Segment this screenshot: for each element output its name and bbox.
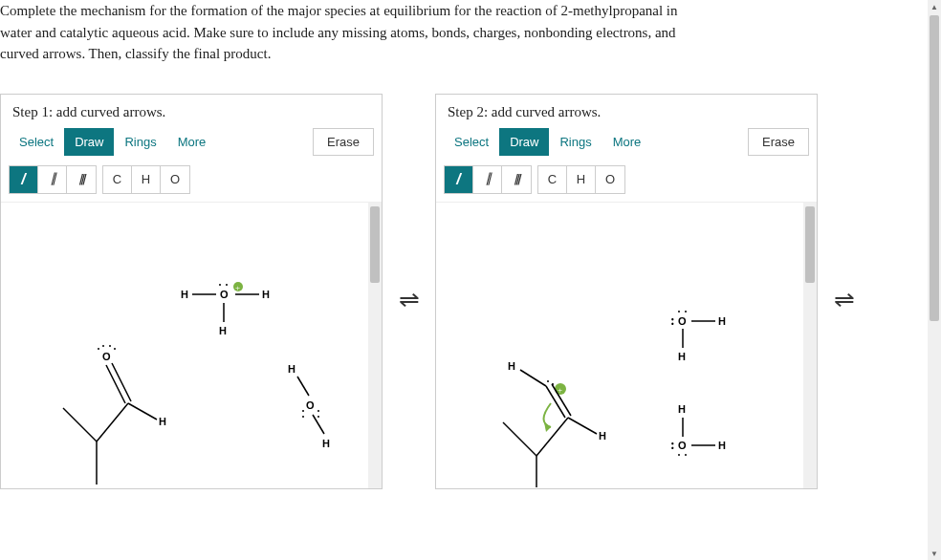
svg-line-44	[568, 418, 597, 434]
svg-point-15	[219, 284, 221, 286]
step1-tab-more[interactable]: More	[167, 128, 217, 156]
scrollbar-thumb[interactable]	[370, 206, 380, 283]
step2-structure: H + H : O H H	[436, 203, 819, 489]
step2-atom-c[interactable]: C	[538, 166, 567, 193]
step1-scrollbar[interactable]	[368, 203, 382, 488]
double-bond-icon: 𝄁	[487, 171, 489, 188]
svg-point-49	[685, 311, 687, 312]
svg-point-48	[678, 311, 680, 312]
scroll-up-arrow[interactable]: ▲	[928, 0, 941, 13]
step2-atom-tools: C H O	[537, 165, 625, 194]
question-line1: Complete the mechanism for the formation…	[0, 3, 678, 18]
step1-triple-bond[interactable]: ⦀	[67, 166, 96, 193]
svg-point-29	[317, 416, 319, 418]
single-bond-icon: /	[456, 171, 460, 188]
step1-title: Step 1: add curved arrows.	[1, 95, 382, 128]
equilibrium-arrow-2: ⇌	[818, 285, 870, 314]
double-bond-icon: 𝄁	[52, 171, 54, 188]
svg-text:H: H	[678, 403, 686, 415]
step2-bond-tools: / 𝄁 ⦀	[444, 165, 532, 194]
step1-tabs: Select Draw Rings More	[9, 128, 216, 156]
svg-line-33	[520, 370, 546, 386]
step2-double-bond[interactable]: 𝄁	[473, 166, 502, 193]
svg-text:O: O	[678, 315, 687, 327]
step1-tab-rings[interactable]: Rings	[114, 128, 166, 156]
svg-line-24	[297, 377, 309, 396]
svg-text:H: H	[508, 360, 515, 372]
page-scrollbar[interactable]: ▲ ▼	[928, 0, 941, 560]
step1-erase-button[interactable]: Erase	[313, 128, 374, 156]
question-line2: water and catalytic aqueous acid. Make s…	[0, 25, 676, 40]
svg-line-7	[97, 403, 128, 442]
step1-bond-tools: / 𝄁 ⦀	[9, 165, 97, 194]
triple-bond-icon: ⦀	[514, 171, 520, 188]
svg-point-16	[226, 284, 228, 286]
step2-title: Step 2: add curved arrows.	[436, 95, 817, 128]
step1-panel: Step 1: add curved arrows. Select Draw R…	[0, 94, 383, 489]
step2-toolbar: Select Draw Rings More Erase	[436, 128, 817, 162]
svg-line-42	[503, 422, 536, 456]
svg-text:H: H	[322, 438, 330, 449]
svg-point-2	[102, 345, 104, 347]
svg-text:H: H	[219, 325, 227, 336]
svg-text:H: H	[599, 430, 606, 442]
svg-marker-40	[544, 422, 551, 432]
step1-atom-c[interactable]: C	[103, 166, 132, 193]
equilibrium-arrow-1: ⇌	[383, 285, 435, 314]
step1-toolbar: Select Draw Rings More Erase	[1, 128, 382, 162]
svg-text:O: O	[678, 440, 687, 451]
svg-line-8	[63, 408, 97, 442]
svg-text:+: +	[558, 385, 562, 395]
svg-text:+: +	[235, 283, 240, 292]
step2-tab-rings[interactable]: Rings	[549, 128, 602, 156]
panels-row: Step 1: add curved arrows. Select Draw R…	[0, 84, 941, 489]
svg-text::: :	[670, 438, 675, 452]
svg-point-1	[98, 348, 99, 350]
svg-text:O: O	[220, 289, 229, 300]
step2-scrollbar[interactable]	[803, 203, 817, 488]
step2-single-bond[interactable]: /	[445, 166, 473, 193]
svg-line-41	[536, 418, 568, 456]
svg-point-4	[114, 348, 116, 350]
svg-text:O: O	[306, 399, 315, 411]
step2-canvas[interactable]: H + H : O H H	[436, 202, 817, 488]
step1-atom-tools: C H O	[102, 165, 190, 194]
scrollbar-thumb[interactable]	[805, 206, 815, 283]
question-line3: curved arrows. Then, classify the final …	[0, 46, 271, 61]
step1-double-bond[interactable]: 𝄁	[38, 166, 67, 193]
svg-text:O: O	[102, 351, 111, 362]
step2-panel: Step 2: add curved arrows. Select Draw R…	[435, 94, 818, 489]
step2-tabs: Select Draw Rings More	[444, 128, 651, 156]
svg-text::: :	[670, 313, 675, 328]
svg-point-3	[109, 345, 111, 347]
step1-tab-select[interactable]: Select	[9, 128, 64, 156]
svg-point-28	[317, 410, 319, 412]
step2-tab-more[interactable]: More	[602, 128, 652, 156]
svg-text:H: H	[718, 315, 726, 327]
step1-canvas[interactable]: O H H O + H H H	[1, 202, 382, 488]
scroll-down-arrow[interactable]: ▼	[928, 547, 941, 560]
step2-tab-select[interactable]: Select	[444, 128, 499, 156]
step1-structure: O H H O + H H H	[1, 203, 383, 489]
step2-atom-o[interactable]: O	[596, 166, 624, 193]
step1-atom-h[interactable]: H	[132, 166, 161, 193]
svg-text:H: H	[159, 416, 166, 427]
step2-subtoolbar: / 𝄁 ⦀ C H O	[436, 162, 817, 202]
svg-text:H: H	[262, 289, 270, 300]
svg-text:H: H	[718, 440, 726, 451]
step1-single-bond[interactable]: /	[10, 166, 38, 193]
question-text: Complete the mechanism for the formation…	[0, 0, 941, 84]
svg-text:H: H	[181, 289, 188, 300]
step2-triple-bond[interactable]: ⦀	[502, 166, 531, 193]
svg-text:H: H	[288, 363, 295, 375]
step1-atom-o[interactable]: O	[161, 166, 189, 193]
svg-point-27	[302, 416, 304, 418]
step1-tab-draw[interactable]: Draw	[64, 128, 114, 156]
step2-atom-h[interactable]: H	[567, 166, 596, 193]
triple-bond-icon: ⦀	[78, 171, 85, 188]
svg-point-26	[302, 410, 304, 412]
step1-subtoolbar: / 𝄁 ⦀ C H O	[1, 162, 382, 202]
step2-tab-draw[interactable]: Draw	[499, 128, 549, 156]
page-scrollbar-thumb[interactable]	[930, 15, 939, 321]
step2-erase-button[interactable]: Erase	[748, 128, 809, 156]
